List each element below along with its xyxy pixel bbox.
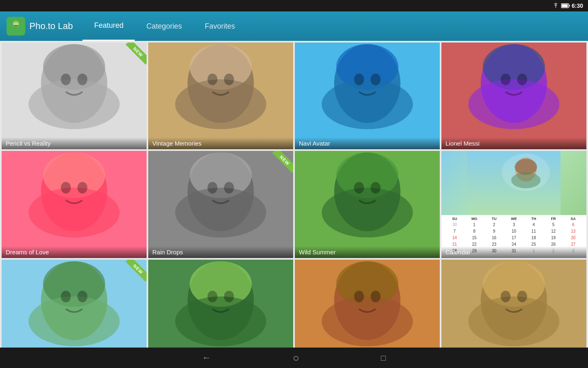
item-label-dreams-of-love: Dreams of Love xyxy=(2,246,147,258)
svg-point-32 xyxy=(517,74,527,85)
tab-featured[interactable]: Featured xyxy=(82,11,135,41)
svg-point-31 xyxy=(501,74,510,85)
svg-point-36 xyxy=(29,188,120,238)
home-button[interactable]: ○ xyxy=(293,352,299,364)
svg-point-42 xyxy=(175,188,266,238)
topbar: Pho.to Lab Featured Categories Favorites xyxy=(0,11,588,41)
svg-rect-1 xyxy=(569,5,570,7)
svg-point-79 xyxy=(517,291,527,302)
svg-point-59 xyxy=(29,296,120,346)
svg-point-7 xyxy=(14,23,15,24)
nav-tabs: Featured Categories Favorites xyxy=(82,11,246,41)
grid-item-calendar[interactable]: SUMOTUWETHFRSA30123456789101112131415161… xyxy=(441,151,586,258)
battery-icon xyxy=(561,3,570,8)
bottom-nav: ← ○ □ xyxy=(0,348,588,368)
app-logo: Pho.to Lab xyxy=(7,17,73,36)
svg-point-55 xyxy=(511,173,541,188)
item-label-navi-avatar: Navi Avatar xyxy=(295,137,440,149)
grid-item-vintage-memories[interactable]: Vintage Memories xyxy=(148,43,293,149)
calendar-photo: SUMOTUWETHFRSA30123456789101112131415161… xyxy=(441,151,586,258)
item-label-pencil-vs-reality: Pencil vs Reality xyxy=(2,137,147,149)
grid-item-pencil-vs-reality[interactable]: Pencil vs Reality xyxy=(2,43,147,149)
item-label-lionel-messi: Lionel Messi xyxy=(441,137,586,149)
tab-favorites[interactable]: Favorites xyxy=(194,11,247,41)
back-button[interactable]: ← xyxy=(202,352,211,363)
svg-point-49 xyxy=(354,182,364,193)
svg-point-14 xyxy=(78,74,87,85)
photo-grid-container: Pencil vs Reality Vintage Memories Navi … xyxy=(0,41,588,368)
grid-item-lionel-messi[interactable]: Lionel Messi xyxy=(441,43,586,149)
clock-display: 6:30 xyxy=(572,2,583,9)
svg-point-66 xyxy=(207,291,217,302)
svg-point-38 xyxy=(78,182,87,193)
svg-point-43 xyxy=(207,182,217,193)
svg-point-24 xyxy=(322,79,413,129)
svg-point-48 xyxy=(322,188,413,238)
status-icons: 6:30 xyxy=(552,2,583,9)
calendar-image xyxy=(441,151,586,215)
item-label-calendar: Calendar xyxy=(441,246,586,258)
item-label-wild-summer: Wild Summer xyxy=(295,246,440,258)
svg-point-60 xyxy=(61,291,71,302)
grid-item-wild-summer[interactable]: Wild Summer xyxy=(295,151,440,258)
new-badge xyxy=(122,43,147,67)
svg-point-19 xyxy=(207,74,217,85)
status-bar: 6:30 xyxy=(0,0,588,11)
new-badge xyxy=(269,151,293,175)
new-badge xyxy=(122,260,147,284)
app-title: Pho.to Lab xyxy=(29,21,73,31)
svg-point-71 xyxy=(322,296,413,346)
svg-rect-2 xyxy=(561,4,568,7)
svg-point-65 xyxy=(175,296,266,346)
svg-point-44 xyxy=(224,182,234,193)
svg-point-78 xyxy=(501,291,510,302)
svg-point-20 xyxy=(224,74,234,85)
tab-categories[interactable]: Categories xyxy=(135,11,193,41)
svg-point-30 xyxy=(468,79,559,129)
svg-point-25 xyxy=(354,74,364,85)
svg-point-26 xyxy=(371,74,381,85)
svg-point-37 xyxy=(61,182,71,193)
svg-point-12 xyxy=(29,79,120,129)
grid-item-navi-avatar[interactable]: Navi Avatar xyxy=(295,43,440,149)
svg-point-8 xyxy=(17,23,18,24)
svg-point-73 xyxy=(371,291,381,302)
svg-point-77 xyxy=(468,296,559,346)
svg-point-13 xyxy=(61,74,71,85)
svg-point-50 xyxy=(371,182,381,193)
photo-grid: Pencil vs Reality Vintage Memories Navi … xyxy=(2,43,586,366)
svg-point-18 xyxy=(175,79,266,129)
svg-point-61 xyxy=(78,291,87,302)
svg-point-67 xyxy=(224,291,234,302)
item-label-rain-drops: Rain Drops xyxy=(148,246,293,258)
grid-item-dreams-of-love[interactable]: Dreams of Love xyxy=(2,151,147,258)
app-icon xyxy=(7,17,25,36)
svg-point-72 xyxy=(354,291,364,302)
svg-point-4 xyxy=(11,27,21,32)
grid-item-rain-drops[interactable]: Rain Drops xyxy=(148,151,293,258)
wifi-icon xyxy=(552,3,559,9)
recent-apps-button[interactable]: □ xyxy=(381,353,386,363)
item-label-vintage-memories: Vintage Memories xyxy=(148,137,293,149)
